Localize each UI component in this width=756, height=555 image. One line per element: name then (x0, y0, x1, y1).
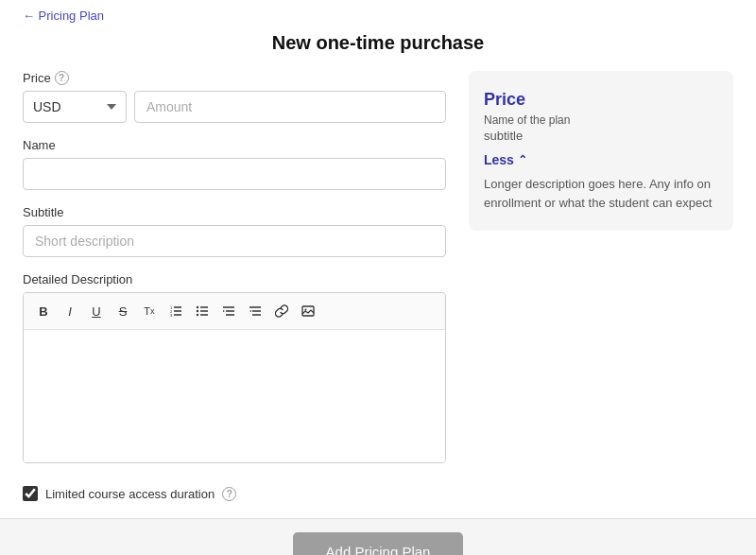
subtitle-field-group: Subtitle (23, 205, 446, 257)
footer-bar: Add Pricing Plan (0, 518, 756, 555)
rich-text-editor: B I U S Tx 1 2 3 (23, 292, 446, 463)
editor-toolbar: B I U S Tx 1 2 3 (24, 293, 445, 330)
name-label: Name (23, 138, 446, 152)
preview-subtitle: subtitle (484, 129, 718, 143)
svg-text:3: 3 (170, 313, 173, 318)
svg-point-10 (197, 310, 198, 312)
name-field-group: Name (23, 138, 446, 190)
indent-button[interactable] (216, 299, 241, 323)
limited-access-label[interactable]: Limited course access duration (45, 487, 215, 501)
svg-point-19 (305, 309, 307, 311)
page-wrapper: ← Pricing Plan New one-time purchase Pri… (0, 0, 756, 555)
preview-card: Price Name of the plan subtitle Less ⌃ L… (469, 71, 733, 231)
breadcrumb-area: ← Pricing Plan (0, 0, 756, 23)
price-row: USD EUR GBP (23, 91, 446, 123)
sidebar-preview: Price Name of the plan subtitle Less ⌃ L… (469, 71, 733, 509)
unordered-list-button[interactable] (190, 299, 215, 323)
price-help-icon[interactable]: ? (55, 71, 69, 85)
editor-body[interactable] (24, 330, 445, 462)
ordered-list-button[interactable]: 1 2 3 (163, 299, 188, 323)
checkbox-row: Limited course access duration ? (23, 478, 446, 509)
name-input[interactable] (23, 158, 446, 190)
add-pricing-plan-button[interactable]: Add Pricing Plan (293, 532, 463, 555)
checkbox-help-icon[interactable]: ? (222, 487, 236, 501)
page-title: New one-time purchase (0, 23, 756, 71)
price-label: Price ? (23, 71, 446, 85)
less-label: Less (484, 152, 514, 167)
amount-input[interactable] (134, 91, 446, 123)
strikethrough-button[interactable]: S (111, 299, 135, 323)
italic-button[interactable]: I (58, 299, 82, 323)
outdent-button[interactable] (243, 299, 267, 323)
description-label: Detailed Description (23, 272, 446, 286)
bold-button[interactable]: B (31, 299, 56, 323)
link-button[interactable] (269, 299, 294, 323)
main-content: Price ? USD EUR GBP Name (0, 71, 756, 509)
subtitle-input[interactable] (23, 225, 446, 257)
limited-access-checkbox[interactable] (23, 486, 38, 501)
preview-plan-name-label: Name of the plan (484, 113, 718, 127)
subtitle-label: Subtitle (23, 205, 446, 219)
underline-button[interactable]: U (84, 299, 109, 323)
svg-point-9 (197, 306, 198, 308)
less-toggle[interactable]: Less ⌃ (484, 152, 718, 167)
form-area: Price ? USD EUR GBP Name (23, 71, 446, 509)
description-field-group: Detailed Description B I U S Tx (23, 272, 446, 463)
image-button[interactable] (296, 299, 320, 323)
svg-point-11 (197, 314, 198, 316)
chevron-up-icon: ⌃ (518, 153, 527, 166)
breadcrumb-link[interactable]: ← Pricing Plan (23, 9, 104, 23)
preview-price: Price (484, 90, 718, 110)
clear-format-button[interactable]: Tx (137, 299, 162, 323)
currency-select[interactable]: USD EUR GBP (23, 91, 127, 123)
preview-description: Longer description goes here. Any info o… (484, 175, 718, 212)
price-field-group: Price ? USD EUR GBP (23, 71, 446, 123)
